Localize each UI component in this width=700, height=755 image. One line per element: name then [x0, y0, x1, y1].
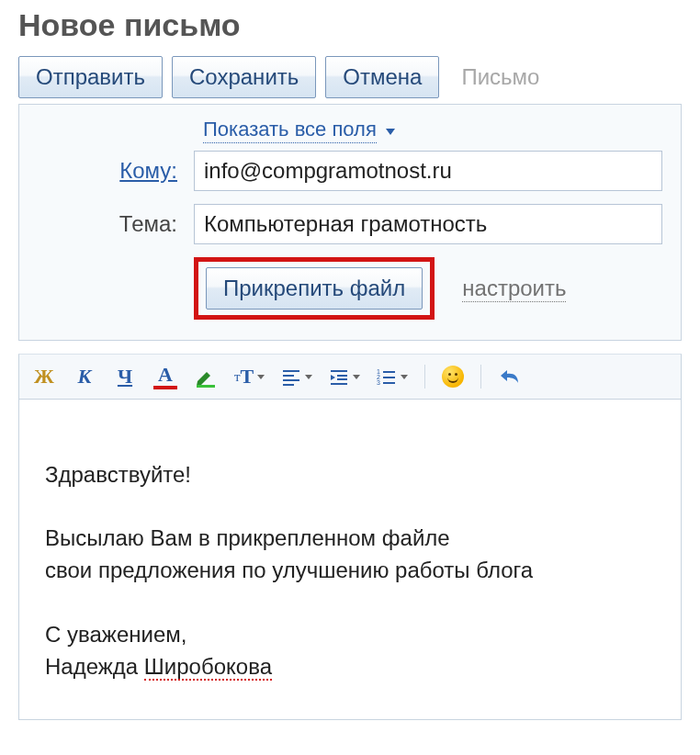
- chevron-down-icon: [305, 375, 312, 379]
- main-toolbar: Отправить Сохранить Отмена Письмо: [18, 56, 682, 98]
- compose-form: Показать все поля Кому: Тема: Прикрепить…: [18, 104, 682, 341]
- highlight-color-icon[interactable]: [194, 364, 218, 389]
- bold-icon[interactable]: Ж: [32, 364, 56, 389]
- svg-text:3: 3: [377, 379, 380, 386]
- svg-marker-6: [331, 375, 335, 380]
- to-input[interactable]: [194, 151, 662, 191]
- body-sign2-first: Надежда: [45, 654, 144, 679]
- indent-button[interactable]: [329, 367, 360, 386]
- body-paragraph: Высылаю Вам в прикрепленном файле свои п…: [45, 525, 533, 582]
- separator: [480, 365, 481, 389]
- page-title: Новое письмо: [18, 7, 682, 43]
- chevron-down-icon: [386, 129, 395, 135]
- configure-link[interactable]: настроить: [462, 276, 566, 302]
- editor-toolbar: Ж К Ч А тТ: [18, 354, 682, 400]
- attach-file-button[interactable]: Прикрепить файл: [206, 267, 423, 310]
- chevron-down-icon: [353, 375, 360, 379]
- tab-letter[interactable]: Письмо: [448, 56, 552, 98]
- align-button[interactable]: [281, 367, 312, 386]
- show-all-fields-link[interactable]: Показать все поля: [203, 118, 395, 141]
- font-color-icon[interactable]: А: [153, 364, 177, 389]
- body-sign1: С уважением,: [45, 622, 186, 647]
- attach-highlight: Прикрепить файл: [194, 257, 435, 320]
- message-body[interactable]: Здравствуйте! Высылаю Вам в прикрепленно…: [18, 400, 682, 720]
- svg-rect-0: [197, 385, 215, 388]
- font-size-button[interactable]: тТ: [234, 365, 265, 389]
- subject-label: Тема:: [38, 211, 194, 237]
- emoji-icon[interactable]: [442, 366, 464, 388]
- underline-icon[interactable]: Ч: [113, 364, 137, 389]
- to-label[interactable]: Кому:: [38, 158, 194, 184]
- save-button[interactable]: Сохранить: [172, 56, 316, 98]
- chevron-down-icon: [401, 375, 408, 379]
- separator: [424, 365, 425, 389]
- list-button[interactable]: 1 2 3: [377, 367, 408, 386]
- send-button[interactable]: Отправить: [18, 56, 163, 98]
- chevron-down-icon: [257, 375, 265, 379]
- undo-icon[interactable]: [498, 366, 522, 387]
- body-greeting: Здравствуйте!: [45, 462, 191, 487]
- body-sign2-last: Широбокова: [144, 654, 272, 681]
- subject-input[interactable]: [194, 204, 662, 244]
- cancel-button[interactable]: Отмена: [325, 56, 439, 98]
- italic-icon[interactable]: К: [73, 364, 96, 389]
